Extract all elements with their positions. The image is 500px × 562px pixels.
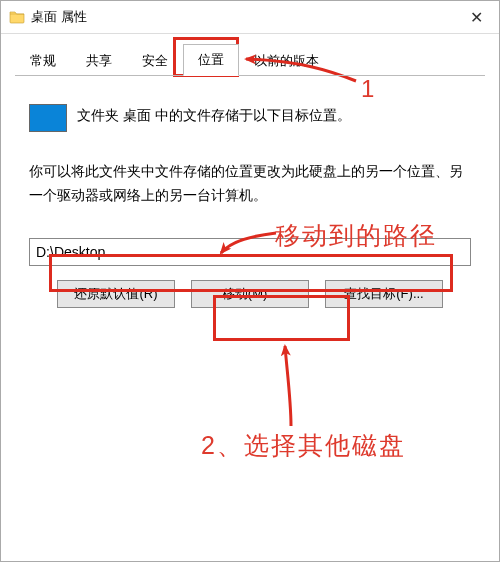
info-row: 文件夹 桌面 中的文件存储于以下目标位置。 — [29, 102, 471, 132]
properties-window: 桌面 属性 ✕ 常规 共享 安全 位置 以前的版本 文件夹 桌面 中的文件存储于… — [0, 0, 500, 562]
close-button[interactable]: ✕ — [453, 1, 499, 33]
move-button[interactable]: 移动(M)... — [191, 280, 309, 308]
desktop-icon — [29, 104, 67, 132]
tab-location[interactable]: 位置 — [183, 44, 239, 76]
target-path-input[interactable] — [29, 238, 471, 266]
tab-previous-versions[interactable]: 以前的版本 — [239, 45, 334, 76]
tab-underline — [15, 75, 485, 76]
location-panel: 文件夹 桌面 中的文件存储于以下目标位置。 你可以将此文件夹中文件存储的位置更改… — [1, 76, 499, 308]
folder-icon — [9, 9, 25, 25]
tab-security[interactable]: 安全 — [127, 45, 183, 76]
description-text: 你可以将此文件夹中文件存储的位置更改为此硬盘上的另一个位置、另一个驱动器或网络上… — [29, 160, 471, 208]
find-target-button[interactable]: 查找目标(F)... — [325, 280, 443, 308]
info-text: 文件夹 桌面 中的文件存储于以下目标位置。 — [77, 102, 351, 126]
restore-defaults-button[interactable]: 还原默认值(R) — [57, 280, 175, 308]
annotation-step2: 2、选择其他磁盘 — [201, 429, 406, 462]
tab-bar: 常规 共享 安全 位置 以前的版本 — [1, 34, 499, 76]
button-row: 还原默认值(R) 移动(M)... 查找目标(F)... — [29, 280, 471, 308]
window-title: 桌面 属性 — [31, 8, 453, 26]
tab-share[interactable]: 共享 — [71, 45, 127, 76]
titlebar: 桌面 属性 ✕ — [1, 1, 499, 34]
close-icon: ✕ — [470, 8, 483, 27]
tab-general[interactable]: 常规 — [15, 45, 71, 76]
